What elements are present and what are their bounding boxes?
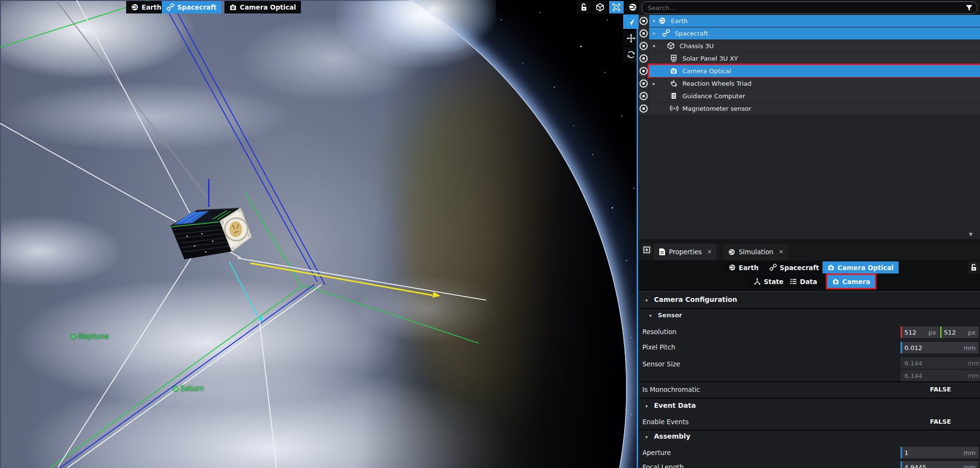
section-event-data[interactable]: Event Data bbox=[654, 402, 696, 409]
breadcrumb-camera-optical[interactable]: Camera Optical bbox=[823, 261, 899, 273]
world-view-button[interactable] bbox=[626, 1, 639, 13]
subtab-camera[interactable]: Camera bbox=[827, 275, 875, 288]
chevron-down-icon[interactable]: ▾ bbox=[645, 298, 648, 303]
filter-icon[interactable] bbox=[966, 4, 973, 12]
visibility-toggle[interactable] bbox=[639, 27, 649, 39]
computer-chip-icon bbox=[670, 92, 678, 101]
enable-events-label: Enable Events bbox=[642, 418, 689, 426]
divider bbox=[639, 381, 980, 382]
value-accent bbox=[901, 342, 902, 353]
application-window: Neptune Saturn Earth Spacecraft bbox=[0, 0, 980, 468]
section-camera-configuration[interactable]: Camera Configuration bbox=[654, 296, 737, 303]
add-panel-button[interactable] bbox=[642, 245, 652, 255]
camera-icon bbox=[827, 264, 835, 271]
planet-label-neptune: Neptune bbox=[70, 332, 109, 341]
subtab-data[interactable]: Data bbox=[785, 275, 822, 288]
close-tab-icon[interactable]: ✕ bbox=[779, 248, 784, 255]
breadcrumb-spacecraft[interactable]: Spacecraft bbox=[765, 261, 824, 273]
search-input[interactable] bbox=[642, 4, 966, 12]
planet-marker-icon bbox=[172, 386, 179, 392]
visibility-toggle[interactable] bbox=[639, 65, 649, 77]
close-tab-icon[interactable]: ✕ bbox=[707, 248, 712, 255]
planet-label-saturn: Saturn bbox=[172, 384, 204, 393]
enable-events-value[interactable]: FALSE bbox=[889, 418, 951, 425]
tree-row-solar-panel[interactable]: Solar Panel 3U XY bbox=[649, 52, 980, 65]
satellite-icon bbox=[770, 264, 777, 271]
star bbox=[631, 414, 632, 415]
section-sensor[interactable]: Sensor bbox=[658, 312, 682, 319]
subtab-state[interactable]: State bbox=[749, 275, 788, 288]
aperture-field[interactable]: 1 mm bbox=[901, 447, 979, 458]
lock-properties-button[interactable] bbox=[968, 261, 980, 273]
is-monochromatic-label: Is Monochromatic bbox=[642, 386, 700, 393]
chevron-down-icon[interactable]: ▾ bbox=[651, 43, 657, 49]
tree-row-earth[interactable]: ▾ Earth bbox=[649, 15, 980, 27]
visibility-toggle[interactable] bbox=[639, 40, 649, 52]
magnetometer-sensor-icon bbox=[670, 104, 679, 114]
y-axis-accent bbox=[940, 326, 941, 338]
star bbox=[612, 207, 613, 208]
breadcrumb-earth[interactable]: Earth bbox=[724, 261, 763, 273]
planet-marker-icon bbox=[70, 334, 77, 340]
viewport-tab-spacecraft[interactable]: Spacecraft bbox=[162, 1, 222, 13]
bounding-box-button[interactable] bbox=[593, 1, 607, 13]
tree-row-spacecraft[interactable]: ▾ Spacecraft bbox=[649, 27, 980, 39]
visibility-toggle[interactable] bbox=[639, 52, 649, 65]
visibility-toggle[interactable] bbox=[639, 15, 649, 27]
visibility-toggle[interactable] bbox=[639, 103, 649, 115]
earth-surface bbox=[1, 1, 627, 468]
tab-properties[interactable]: Properties ✕ bbox=[654, 244, 717, 260]
viewport-tab-camera-optical[interactable]: Camera Optical bbox=[224, 1, 301, 13]
divider bbox=[639, 308, 980, 309]
tree-row-reaction-wheels[interactable]: ▸ Reaction Wheels Triad bbox=[649, 78, 980, 90]
star bbox=[501, 19, 502, 20]
chevron-down-icon[interactable]: ▾ bbox=[649, 313, 652, 318]
pixel-pitch-label: Pixel Pitch bbox=[642, 343, 675, 351]
camera-icon bbox=[229, 3, 237, 11]
tree-scroll-more-icon[interactable]: ▼ bbox=[969, 232, 973, 237]
star bbox=[604, 72, 605, 73]
visibility-toggle[interactable] bbox=[639, 78, 649, 90]
star bbox=[633, 188, 634, 189]
add-panel-icon bbox=[643, 247, 650, 253]
eye-icon bbox=[640, 67, 648, 75]
pixel-pitch-field[interactable]: 0.012 mm bbox=[901, 342, 979, 353]
chevron-down-icon[interactable]: ▾ bbox=[645, 434, 648, 440]
eye-icon bbox=[640, 79, 648, 88]
atmosphere-flare bbox=[371, 0, 496, 53]
chevron-down-icon[interactable]: ▾ bbox=[645, 403, 648, 409]
focus-selection-button[interactable] bbox=[609, 1, 624, 13]
section-assembly[interactable]: Assembly bbox=[654, 432, 691, 440]
visibility-toggle[interactable] bbox=[639, 90, 649, 102]
resolution-x-field[interactable]: 512 px bbox=[901, 326, 939, 338]
tree-row-chassis-3u[interactable]: ▾ Chassis 3U bbox=[649, 40, 980, 52]
tree-row-guidance-computer[interactable]: Guidance Computer bbox=[649, 90, 980, 102]
solar-panel-icon bbox=[670, 54, 678, 64]
sensor-size-label: Sensor Size bbox=[642, 360, 680, 368]
eye-icon bbox=[640, 54, 648, 63]
globe-icon bbox=[658, 17, 666, 26]
star bbox=[573, 125, 574, 126]
value-accent bbox=[901, 447, 902, 458]
chevron-right-icon[interactable]: ▸ bbox=[651, 81, 657, 86]
document-icon bbox=[659, 248, 666, 256]
navigate-arrow-icon bbox=[627, 17, 636, 26]
resolution-y-field[interactable]: 512 px bbox=[940, 326, 979, 338]
sensor-size-height-field: 6.144 mm bbox=[901, 370, 980, 381]
divider bbox=[639, 398, 980, 399]
is-monochromatic-value[interactable]: FALSE bbox=[889, 386, 951, 393]
cubesat-spacecraft[interactable] bbox=[167, 206, 265, 263]
chevron-down-icon[interactable]: ▾ bbox=[651, 18, 657, 24]
earth-globe bbox=[0, 0, 627, 468]
lock-button[interactable] bbox=[576, 1, 591, 13]
viewport-tab-earth[interactable]: Earth bbox=[126, 1, 166, 13]
value-accent bbox=[901, 461, 902, 468]
tab-simulation[interactable]: Simulation ✕ bbox=[723, 244, 788, 260]
divider bbox=[639, 429, 980, 430]
viewport-3d[interactable]: Neptune Saturn Earth Spacecraft bbox=[0, 0, 639, 468]
lock-open-icon bbox=[580, 3, 588, 12]
focal-length-field[interactable]: 4.9445 mm bbox=[901, 461, 979, 468]
tree-row-camera-optical[interactable]: Camera Optical bbox=[649, 65, 980, 77]
chevron-down-icon[interactable]: ▾ bbox=[651, 31, 657, 36]
tree-row-magnetometer[interactable]: Magnetometer sensor bbox=[649, 103, 980, 115]
